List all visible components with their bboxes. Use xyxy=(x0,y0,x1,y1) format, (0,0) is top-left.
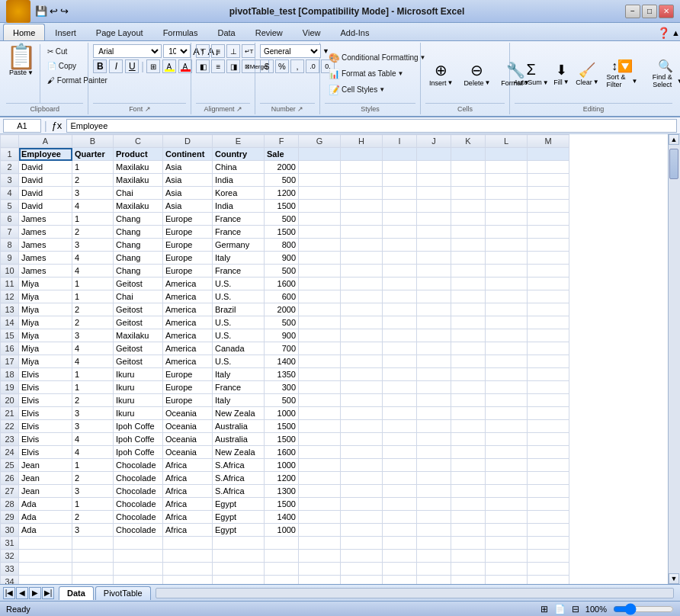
table-cell[interactable] xyxy=(486,303,528,316)
table-cell[interactable] xyxy=(213,576,265,585)
table-cell[interactable] xyxy=(341,524,383,537)
table-cell[interactable]: U.S. xyxy=(213,316,265,329)
table-cell[interactable] xyxy=(486,290,528,303)
table-cell[interactable]: 1 xyxy=(72,213,114,226)
table-cell[interactable]: Australia xyxy=(213,433,265,446)
table-cell[interactable] xyxy=(486,226,528,239)
quick-access-save[interactable]: 💾 xyxy=(35,5,47,17)
table-cell[interactable] xyxy=(528,446,569,459)
table-cell[interactable] xyxy=(451,303,486,316)
table-cell[interactable]: 600 xyxy=(265,290,299,303)
table-cell[interactable]: 1500 xyxy=(265,226,299,239)
table-cell[interactable]: 1400 xyxy=(265,355,299,368)
table-cell[interactable] xyxy=(451,329,486,342)
formula-input[interactable] xyxy=(66,119,677,133)
table-cell[interactable]: Asia xyxy=(163,200,213,213)
table-cell[interactable] xyxy=(341,148,383,161)
table-cell[interactable]: Egypt xyxy=(213,498,265,511)
horizontal-scrollbar[interactable] xyxy=(156,588,674,598)
table-cell[interactable] xyxy=(299,316,341,329)
col-header-H[interactable]: H xyxy=(341,135,383,148)
row-header[interactable]: 3 xyxy=(1,174,19,187)
quick-access-undo[interactable]: ↩ xyxy=(50,5,58,17)
table-cell[interactable]: 700 xyxy=(265,342,299,355)
table-cell[interactable]: S.Africa xyxy=(213,472,265,485)
table-cell[interactable] xyxy=(383,161,417,174)
table-cell[interactable] xyxy=(383,355,417,368)
table-cell[interactable] xyxy=(417,420,451,433)
row-header[interactable]: 29 xyxy=(1,511,19,524)
table-cell[interactable]: Oceania xyxy=(163,407,213,420)
table-cell[interactable] xyxy=(341,355,383,368)
table-cell[interactable] xyxy=(341,381,383,394)
zoom-slider[interactable] xyxy=(613,604,674,614)
table-cell[interactable] xyxy=(299,239,341,252)
table-cell[interactable] xyxy=(383,472,417,485)
table-cell[interactable] xyxy=(417,200,451,213)
table-cell[interactable]: Continent xyxy=(163,148,213,161)
table-cell[interactable] xyxy=(341,433,383,446)
sheet-tab-data[interactable]: Data xyxy=(59,586,94,600)
table-cell[interactable] xyxy=(451,187,486,200)
table-cell[interactable] xyxy=(299,174,341,187)
table-cell[interactable]: James xyxy=(19,239,72,252)
table-cell[interactable] xyxy=(383,213,417,226)
table-cell[interactable] xyxy=(528,537,569,550)
table-cell[interactable]: 1 xyxy=(72,290,114,303)
col-header-F[interactable]: F xyxy=(265,135,299,148)
table-cell[interactable] xyxy=(451,459,486,472)
vertical-scrollbar[interactable]: ▲ ▼ xyxy=(668,134,680,584)
table-cell[interactable]: Europe xyxy=(163,252,213,265)
table-cell[interactable] xyxy=(451,355,486,368)
table-cell[interactable] xyxy=(265,537,299,550)
table-cell[interactable] xyxy=(528,278,569,290)
tab-review[interactable]: Review xyxy=(245,24,293,40)
table-cell[interactable] xyxy=(528,472,569,485)
col-header-B[interactable]: B xyxy=(72,135,114,148)
table-cell[interactable] xyxy=(299,355,341,368)
table-cell[interactable]: 2 xyxy=(72,394,114,407)
table-cell[interactable] xyxy=(417,576,451,585)
table-cell[interactable]: Africa xyxy=(163,498,213,511)
row-header[interactable]: 1 xyxy=(1,148,19,161)
table-cell[interactable]: 2 xyxy=(72,174,114,187)
table-cell[interactable] xyxy=(417,226,451,239)
table-cell[interactable] xyxy=(451,485,486,498)
col-header-G[interactable]: G xyxy=(299,135,341,148)
table-cell[interactable] xyxy=(486,407,528,420)
table-cell[interactable] xyxy=(451,446,486,459)
table-cell[interactable]: Chang xyxy=(114,252,163,265)
table-cell[interactable] xyxy=(451,368,486,381)
table-cell[interactable] xyxy=(383,550,417,563)
table-cell[interactable] xyxy=(486,200,528,213)
table-cell[interactable] xyxy=(486,420,528,433)
table-cell[interactable] xyxy=(486,187,528,200)
table-cell[interactable] xyxy=(383,187,417,200)
table-cell[interactable] xyxy=(341,342,383,355)
fill-color-button[interactable]: A xyxy=(162,59,176,73)
table-cell[interactable]: 4 xyxy=(72,265,114,278)
table-cell[interactable] xyxy=(486,550,528,563)
help-icon[interactable]: ❓ xyxy=(657,27,670,39)
table-cell[interactable] xyxy=(451,148,486,161)
table-cell[interactable] xyxy=(383,433,417,446)
table-cell[interactable]: Miya xyxy=(19,316,72,329)
table-cell[interactable] xyxy=(417,472,451,485)
fill-button[interactable]: ⬇ Fill ▼ xyxy=(550,53,572,95)
table-cell[interactable] xyxy=(299,278,341,290)
row-header[interactable]: 10 xyxy=(1,265,19,278)
underline-button[interactable]: U xyxy=(125,59,139,73)
table-cell[interactable]: Jean xyxy=(19,459,72,472)
table-cell[interactable] xyxy=(341,187,383,200)
table-cell[interactable]: 1500 xyxy=(265,200,299,213)
table-cell[interactable]: Quarter xyxy=(72,148,114,161)
table-cell[interactable] xyxy=(299,148,341,161)
table-cell[interactable] xyxy=(451,239,486,252)
table-cell[interactable]: Africa xyxy=(163,485,213,498)
conditional-formatting-button[interactable]: 🎨 Conditional Formatting ▼ xyxy=(325,50,430,66)
increase-decimal-button[interactable]: .0 xyxy=(306,59,319,73)
table-cell[interactable] xyxy=(451,472,486,485)
table-cell[interactable]: 1350 xyxy=(265,368,299,381)
table-cell[interactable] xyxy=(451,342,486,355)
table-cell[interactable] xyxy=(383,252,417,265)
